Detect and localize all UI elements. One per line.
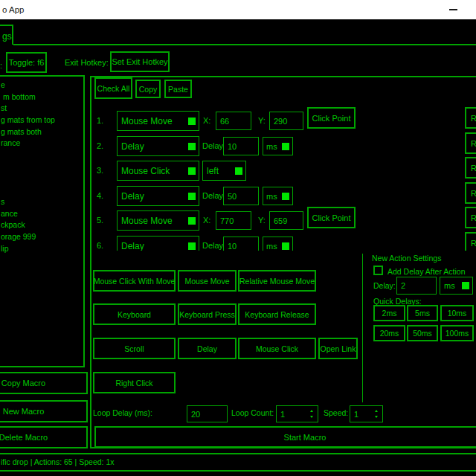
add-keyboard-release-button[interactable]: Keyboard Release <box>238 303 316 325</box>
add-mouse-click-with-move-button[interactable]: Mouse Click With Move <box>93 270 176 292</box>
list-item[interactable]: g mats from top <box>1 116 55 124</box>
spinner-up-icon[interactable] <box>310 410 313 412</box>
quick-delay-2ms-button[interactable]: 2ms <box>373 305 405 321</box>
spinner-down-icon[interactable] <box>375 416 378 418</box>
click-point-button[interactable]: Click Point <box>307 207 356 228</box>
copy-macro-button[interactable]: Copy Macro <box>0 372 88 394</box>
list-item[interactable]: ckpack <box>1 221 25 229</box>
settings-divider <box>362 254 363 402</box>
unit-dropdown[interactable]: ms <box>263 237 293 251</box>
delay-label: Delay <box>202 192 223 200</box>
loop-count-spinner[interactable]: 1 <box>276 405 318 422</box>
dropdown-indicator <box>188 242 196 250</box>
actions-list: 1. Mouse Move X: 66 Y: 290 Click Point R… <box>91 76 476 251</box>
x-input[interactable]: 66 <box>216 112 251 130</box>
dropdown-indicator <box>462 282 469 289</box>
action-type-dropdown[interactable]: Mouse Move <box>117 210 199 231</box>
list-item[interactable]: orage 999 <box>1 233 36 241</box>
delete-macro-button[interactable]: Delete Macro <box>0 426 88 448</box>
quick-delay-10ms-button[interactable]: 10ms <box>440 305 474 321</box>
add-keyboard-press-button[interactable]: Keyboard Press <box>178 303 237 325</box>
dropdown-indicator <box>188 217 196 225</box>
start-macro-button[interactable]: Start Macro <box>94 426 476 448</box>
unit-dropdown[interactable]: ms <box>263 187 293 205</box>
action-number: 2. <box>97 142 103 150</box>
click-point-button[interactable]: Click Point <box>307 107 356 129</box>
title-bar: o App <box>0 0 476 19</box>
add-delay-checkbox-label: Add Delay After Action <box>387 268 465 276</box>
list-item[interactable]: rance <box>1 139 20 147</box>
x-input[interactable]: 770 <box>216 211 251 230</box>
delay-value-label: Delay: <box>373 282 396 290</box>
action-number: 6. <box>97 242 103 250</box>
list-item[interactable]: m bottom <box>3 93 36 101</box>
tab-settings[interactable]: gs <box>0 25 13 45</box>
action-type-dropdown[interactable]: Mouse Click <box>117 161 199 181</box>
add-right-click-button[interactable]: Right Click <box>93 372 176 393</box>
loop-delay-input[interactable]: 20 <box>187 405 228 422</box>
new-delay-input[interactable]: 2 <box>396 277 437 295</box>
dropdown-indicator <box>282 242 289 250</box>
delay-input[interactable]: 10 <box>223 237 259 251</box>
remove-action-button[interactable]: R <box>465 107 476 129</box>
spinner-up-icon[interactable] <box>375 410 378 412</box>
delay-input[interactable]: 50 <box>223 187 259 205</box>
list-item[interactable]: e <box>1 81 5 89</box>
action-type-dropdown[interactable]: Delay <box>117 236 199 251</box>
x-label: X: <box>203 117 210 125</box>
tab-label: gs <box>2 31 12 42</box>
add-delay-button[interactable]: Delay <box>178 338 237 359</box>
dropdown-indicator <box>188 118 196 125</box>
list-item[interactable]: g mats both <box>1 128 42 136</box>
list-item[interactable]: ance <box>1 210 18 218</box>
list-item[interactable]: s <box>1 198 4 206</box>
minimize-button[interactable] <box>449 9 457 10</box>
quick-delay-5ms-button[interactable]: 5ms <box>407 305 438 321</box>
tabstrip-line <box>13 44 476 45</box>
spinner-down-icon[interactable] <box>310 416 313 418</box>
new-macro-button[interactable]: New Macro <box>0 400 88 422</box>
set-exit-hotkey-button[interactable]: Set Exit Hotkey <box>110 51 170 72</box>
action-type-dropdown[interactable]: Delay <box>117 136 199 156</box>
add-delay-checkbox[interactable] <box>373 266 383 275</box>
mouse-button-dropdown[interactable]: left <box>202 161 246 181</box>
dropdown-indicator <box>235 167 242 175</box>
dropdown-indicator <box>282 143 289 150</box>
remove-action-button[interactable]: R <box>465 232 476 251</box>
speed-spinner[interactable]: 1 <box>350 405 383 422</box>
y-input[interactable]: 290 <box>269 112 303 130</box>
quick-delay-20ms-button[interactable]: 20ms <box>373 325 405 341</box>
new-delay-unit-dropdown[interactable]: ms <box>440 277 473 295</box>
add-mouse-click-button[interactable]: Mouse Click <box>238 338 316 359</box>
delay-label: Delay <box>202 242 223 250</box>
list-item[interactable]: st <box>1 104 7 112</box>
delay-input[interactable]: 10 <box>223 137 259 155</box>
add-scroll-button[interactable]: Scroll <box>93 338 176 359</box>
list-item[interactable]: lip <box>1 245 9 253</box>
remove-action-button[interactable]: R <box>465 182 476 204</box>
action-type-dropdown[interactable]: Delay <box>117 186 199 206</box>
y-input[interactable]: 659 <box>269 211 303 230</box>
quick-delay-50ms-button[interactable]: 50ms <box>407 325 438 341</box>
toggle-hotkey-button[interactable]: Toggle: f6 <box>6 52 47 73</box>
remove-action-button[interactable]: R <box>465 132 476 154</box>
remove-action-button[interactable]: R <box>465 157 476 178</box>
dropdown-indicator <box>282 193 289 200</box>
add-relative-mouse-move-button[interactable]: Relative Mouse Move <box>238 270 316 292</box>
remove-action-button[interactable]: R <box>465 207 476 228</box>
add-mouse-move-button[interactable]: Mouse Move <box>178 270 237 292</box>
delay-label: Delay <box>202 142 223 150</box>
quick-delay-100ms-button[interactable]: 100ms <box>440 325 474 341</box>
action-number: 1. <box>97 117 103 125</box>
dropdown-indicator <box>188 167 196 175</box>
action-type-dropdown[interactable]: Mouse Move <box>117 111 199 131</box>
add-open-link-button[interactable]: Open Link <box>318 338 358 359</box>
status-text: ific drop | Actions: 65 | Speed: 1x <box>1 458 115 466</box>
loop-count-label: Loop Count: <box>231 409 274 417</box>
app-window: o App gs : Toggle: f6 Exit Hotkey: Set E… <box>0 0 476 476</box>
x-label: X: <box>203 216 210 225</box>
add-keyboard-button[interactable]: Keyboard <box>93 303 176 325</box>
exit-hotkey-label: Exit Hotkey: <box>65 59 109 67</box>
unit-dropdown[interactable]: ms <box>263 137 293 155</box>
action-number: 5. <box>97 216 103 225</box>
